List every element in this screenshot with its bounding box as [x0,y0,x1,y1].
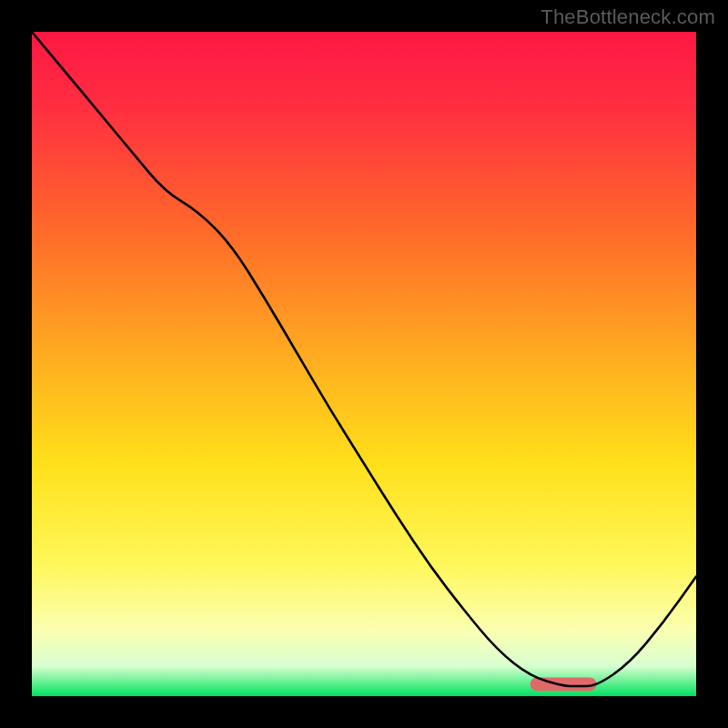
gradient-background [32,32,696,696]
watermark-text: TheBottleneck.com [541,5,715,29]
chart-stage: TheBottleneck.com [0,0,728,728]
bottleneck-chart [32,32,696,696]
plot-area [32,32,696,696]
